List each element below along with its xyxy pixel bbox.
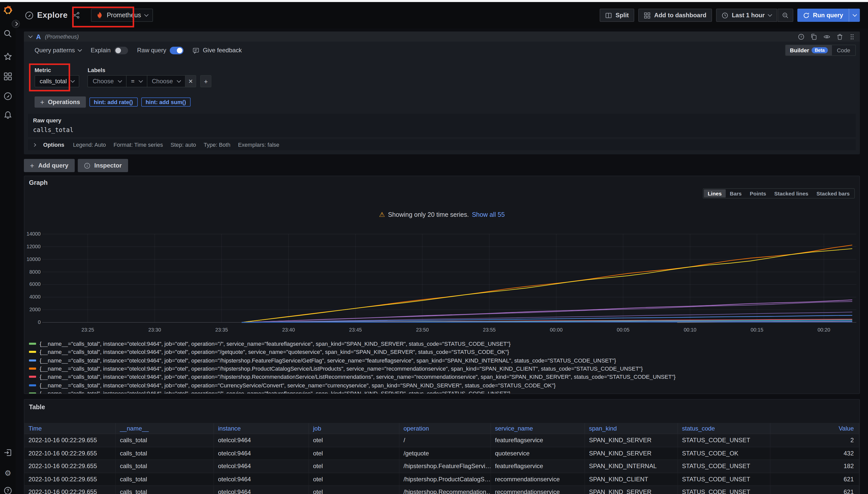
legend-item-overflow[interactable]: {__name__="calls_total", instance="otelc… [29,390,860,394]
graph-mode-stacked-lines[interactable]: Stacked lines [770,189,812,197]
query-patterns-label: Query patterns [35,47,75,54]
zoom-out-button[interactable] [777,8,793,22]
copy-icon[interactable] [811,33,817,40]
column-header-job[interactable]: job [309,423,399,434]
options-exemplars: Exemplars: false [238,141,279,148]
legend-label: {__name__="calls_total", instance="otelc… [40,357,616,363]
query-row-actions: ? [798,33,855,40]
chevron-down-icon [78,48,82,52]
builder-label: Builder [790,47,809,53]
explain-toggle[interactable] [114,46,128,54]
star-icon[interactable] [3,52,12,61]
column-header-Value[interactable]: Value [771,423,860,434]
legend-item-4[interactable]: {__name__="calls_total", instance="otelc… [29,364,860,373]
options-row[interactable]: Options Legend: Auto Format: Time series… [28,139,856,150]
page-title: Explore [37,11,68,20]
column-header-Time[interactable]: Time [24,423,116,434]
help-icon[interactable]: ? [3,487,12,494]
label-operator-value: = [131,78,135,85]
table-cell: /hipstershop.FeatureFlagServi… [399,460,491,472]
add-label-button[interactable]: + [200,75,212,87]
graph-mode-points[interactable]: Points [746,189,770,197]
table-row: 2022-10-16 00:22:29.655calls_totalotelco… [24,447,860,460]
add-to-dashboard-button[interactable]: Add to dashboard [638,8,712,22]
inspector-button[interactable]: Inspector [77,159,128,172]
table-row: 2022-10-16 00:22:29.655calls_totalotelco… [24,434,860,447]
hint-add-sum-button[interactable]: hint: add sum() [141,97,191,107]
chevron-down-icon [144,13,148,17]
column-header-spankind[interactable]: span_kind [585,423,678,434]
query-patterns-dropdown[interactable]: Query patterns [35,47,82,54]
collapse-chevron-icon[interactable] [29,34,33,38]
share-icon[interactable] [73,12,80,19]
legend-swatch [29,359,36,361]
table-cell: otelcol:9464 [214,434,309,446]
builder-tab[interactable]: Builder Beta [786,45,832,55]
sign-in-icon[interactable] [3,448,12,457]
query-row-header[interactable]: A (Prometheus) ? [24,32,860,42]
graph-mode-stacked-bars[interactable]: Stacked bars [812,189,854,197]
column-header-operation[interactable]: operation [399,423,491,434]
remove-label-button[interactable]: ✕ [185,75,196,87]
trash-icon[interactable] [836,33,843,40]
run-query-button[interactable]: Run query [797,8,860,22]
explore-title-group: Explore [25,11,80,20]
split-button[interactable]: Split [600,8,634,22]
add-operation-button[interactable]: + Operations [35,96,86,108]
table-cell: SPAN_KIND_CLIENT [585,473,678,486]
legend-item-5[interactable]: {__name__="calls_total", instance="otelc… [29,373,860,381]
query-editor-panel: A (Prometheus) ? Query patterns Explain [24,32,860,154]
graph-mode-bars[interactable]: Bars [726,189,746,197]
explore-compass-icon[interactable] [3,92,12,100]
code-tab[interactable]: Code [832,47,855,53]
legend-item-6[interactable]: {__name__="calls_total", instance="otelc… [29,381,860,390]
table-cell: quoteservice [491,447,585,459]
settings-gear-icon[interactable]: ⚙ [3,469,12,477]
grafana-logo-icon[interactable] [2,5,13,16]
column-header-statuscode[interactable]: status_code [678,423,771,434]
query-editor-body: Query patterns Explain Raw query Give fe… [24,42,860,154]
label-value-placeholder: Choose [152,78,173,85]
raw-query-toggle[interactable] [170,46,183,54]
graph-legend: {__name__="calls_total", instance="otelc… [29,340,860,394]
header-actions: Split Add to dashboard Last 1 hour [600,8,860,22]
label-value-select[interactable]: Choose [147,75,185,87]
table-cell: otelcol:9464 [214,486,309,494]
show-all-link[interactable]: Show all 55 [472,211,505,218]
datasource-picker[interactable]: Prometheus [91,8,153,22]
graph-mode-lines[interactable]: Lines [704,189,726,197]
run-query-dropdown[interactable] [849,8,860,22]
table-cell: featureflagservice [491,460,585,472]
column-header-instance[interactable]: instance [214,423,309,434]
search-icon[interactable] [3,30,12,38]
table-cell: 432 [771,447,860,459]
label-key-select[interactable]: Choose [88,75,126,87]
hint-add-rate-button[interactable]: hint: add rate() [89,97,138,107]
column-header-name[interactable]: __name__ [116,423,214,434]
label-operator-select[interactable]: = [126,75,147,87]
metric-select[interactable]: calls_total [35,75,79,87]
dashboards-icon[interactable] [3,72,12,81]
drag-handle-icon[interactable] [849,33,855,40]
table-cell: STATUS_CODE_UNSET [678,434,771,446]
x-tick-label: 00:15 [747,327,767,332]
inspector-label: Inspector [94,162,122,169]
sidebar-expand-button[interactable] [12,20,20,28]
eye-icon[interactable] [823,33,830,40]
time-range-button[interactable]: Last 1 hour [716,8,777,22]
legend-item-1[interactable]: {__name__="calls_total", instance="otelc… [29,340,860,348]
table-cell: otel [309,447,399,459]
table-cell: 2022-10-16 00:22:29.655 [24,473,116,486]
comment-icon [193,47,199,54]
column-header-servicename[interactable]: service_name [491,423,585,434]
alerting-bell-icon[interactable] [3,111,12,119]
graph-plot-area[interactable] [42,231,856,325]
give-feedback-link[interactable]: Give feedback [193,47,242,54]
y-axis: 02000400060008000100001200014000 [25,231,41,325]
add-query-button[interactable]: + Add query [24,159,74,172]
legend-item-2[interactable]: {__name__="calls_total", instance="otelc… [29,348,860,356]
add-query-label: Add query [38,162,68,169]
legend-item-3[interactable]: {__name__="calls_total", instance="otelc… [29,356,860,364]
help-circle-icon[interactable]: ? [798,33,804,40]
chevron-down-icon [117,78,122,83]
